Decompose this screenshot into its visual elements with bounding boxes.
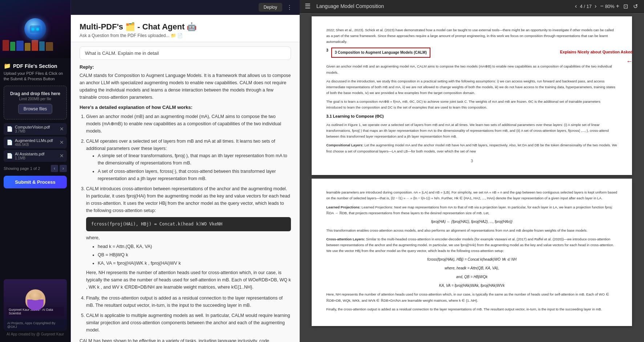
- pdf-icon: 📄: [7, 126, 13, 132]
- pdf-cross-attn-label: Cross-attention Layers:: [326, 237, 365, 241]
- conclusion-text: CALM has been shown to be effective in a…: [80, 337, 291, 342]
- pdf-zoom-level: 80%: [605, 4, 615, 9]
- step-1: Given an anchor model (mB) and an augmen…: [86, 113, 291, 135]
- deploy-button[interactable]: Deploy: [259, 3, 282, 12]
- file-size: 466.5KB: [15, 143, 57, 147]
- pdf-navigation: ‹ 4 / 17 ›: [574, 3, 597, 9]
- pdf-zoom-controls: − 80% +: [600, 3, 619, 9]
- code-block: fcross(fproj(HAi), HBj) = Concat.k(head …: [86, 217, 291, 231]
- where-label: where,: [86, 234, 291, 241]
- submit-process-button[interactable]: Submit & Process: [4, 176, 67, 188]
- drop-zone[interactable]: Drag and drop files here Limit 200MB per…: [4, 86, 67, 119]
- pdf-intro-text: 2022; Shen et al., 2023). Schick et al. …: [326, 27, 617, 45]
- deploy-menu-button[interactable]: ⋮: [285, 4, 294, 11]
- pdf-page-2: learnable parameters are introduced duri…: [312, 179, 632, 326]
- reply-label: Reply:: [80, 64, 291, 70]
- pdf-cross-attn: Cross-attention Layers: Similar to the m…: [326, 236, 617, 254]
- avatar-badge: AI Projects, Apps Copyrighted By @GKJ: [7, 321, 63, 329]
- pdf-comp-layers-body: Let the augmenting model mA and the anch…: [326, 143, 617, 153]
- file-item: 📄 ComputerVision.pdf 3.7MB ✕: [4, 123, 67, 135]
- bullet-item: A set of cross-attention layers, fcross(…: [98, 168, 291, 182]
- step-3: CALM introduces cross-attention between …: [86, 185, 291, 291]
- steps-list: Given an anchor model (mB) and an augmen…: [80, 113, 291, 334]
- pdf-zoom-out-button[interactable]: −: [600, 3, 603, 9]
- pdf-next-button[interactable]: ›: [594, 3, 597, 9]
- pdf-formula-2: fcross(fproj(HAk), HBj) = Concat k(headk…: [326, 257, 617, 262]
- drop-zone-limit: Limit 200MB per file: [8, 97, 63, 101]
- step-5: CALM is applicable to multiple augmentin…: [86, 312, 291, 334]
- bullet-item: KA, VA = fproj(HAi)WK k , fproj(HAi)WV k: [98, 260, 291, 267]
- step-3-text: CALM introduces cross-attention between …: [86, 186, 290, 213]
- pdf-page-1: Explains Nicely about Question Asked ← 2…: [312, 16, 632, 175]
- pdf-zoom-in-button[interactable]: +: [616, 3, 619, 9]
- file-list: 📄 ComputerVision.pdf 3.7MB ✕ 📄 Augmented…: [4, 123, 67, 162]
- pdf-fit-button[interactable]: ⊡: [622, 3, 629, 10]
- step-5-text: CALM is applicable to multiple augmentin…: [86, 313, 290, 333]
- pdf-section-title: 📁 PDF File's Section: [4, 62, 67, 69]
- step-2-text: CALM operates over a selected set of lay…: [86, 139, 275, 151]
- pdf-upload-hint: Upload your PDF Files & Click on the Sub…: [4, 71, 67, 82]
- file-remove-button[interactable]: ✕: [60, 126, 64, 131]
- pagination-nav[interactable]: ‹ ›: [51, 165, 67, 172]
- pdf-body-2: As discussed in the introduction, we stu…: [326, 78, 617, 96]
- step-3-after: Here, NH represents the number of attent…: [86, 269, 291, 291]
- pdf-prev-button[interactable]: ‹: [574, 3, 578, 9]
- step-2-bullets: A simple set of linear transformations, …: [86, 152, 291, 182]
- pdf-menu-button[interactable]: ☰: [305, 2, 311, 10]
- deploy-bar: Deploy ⋮: [71, 0, 300, 15]
- step-2: CALM operates over a selected set of lay…: [86, 138, 291, 182]
- pdf-icon: 📄: [7, 139, 13, 145]
- bullet-item: head k = Attn.(QB, KA, VA): [98, 243, 291, 250]
- pdf-title: Language Model Composition: [316, 3, 571, 9]
- pdf-formula-5: KA, VA = fproj(HAk)WAk, fproj(HAk)WVk: [326, 283, 617, 289]
- app-title: Multi-PDF's 🗂️ - Chat Agent 🤖: [80, 22, 291, 32]
- hero-banner: [0, 0, 70, 58]
- pdf-page-indicator: 4 / 17: [580, 4, 592, 9]
- pdf-formula-1: fproj(HA) ← {fproj(HA1), fproj(HA2), ...…: [326, 219, 617, 225]
- pdf-icon: 📄: [7, 153, 13, 159]
- pdf-final: Finally, the cross-attention output is a…: [326, 306, 617, 312]
- pdf-cross-attn-body: Similar to the multi-headed cross-attent…: [326, 237, 614, 253]
- pdf-subsection: 3.1 Learning to Compose (ΘC): [326, 113, 617, 120]
- step-3-subbullets: head k = Attn.(QB, KA, VA) QB = HBjWQ k …: [86, 243, 291, 267]
- bullet-item: A simple set of linear transformations, …: [98, 152, 291, 167]
- pdf-body-3: The goal is to learn a composition mA⊕B …: [326, 99, 617, 110]
- pdf-page2-learned: Learned Projections: Learned Projections…: [326, 204, 617, 216]
- pdf-pages-container: Explains Nicely about Question Asked ← 2…: [300, 13, 644, 342]
- pdf-comp-layers-label: Compositional Layers:: [326, 143, 363, 147]
- browse-files-button[interactable]: Browse files: [18, 104, 53, 114]
- file-remove-button[interactable]: ✕: [60, 153, 64, 158]
- pdf-toolbar: ☰ Language Model Composition ‹ 4 / 17 › …: [300, 0, 644, 13]
- how-heading: Here's a detailed explanation of how CAL…: [80, 105, 291, 110]
- file-name: AI Assistants.pdf: [15, 152, 57, 156]
- question-display: What is CALM. Explain me in detail: [80, 46, 291, 60]
- chat-header: Multi-PDF's 🗂️ - Chat Agent 🤖 Ask a Ques…: [71, 15, 300, 42]
- pdf-page-number: 3: [326, 158, 617, 164]
- pdf-body-4: As outlined in Figure 1, we operate over…: [326, 122, 617, 139]
- file-remove-button[interactable]: ✕: [60, 140, 64, 145]
- prev-page-button[interactable]: ‹: [51, 165, 58, 172]
- app-subtitle: Ask a Question from the PDF Files upload…: [80, 33, 291, 38]
- file-item: 📄 AI Assistants.pdf 1.1MB ✕: [4, 150, 67, 162]
- file-size: 3.7MB: [15, 129, 57, 133]
- pdf-learned-body: Learned Projections: Next we map represe…: [326, 205, 612, 215]
- step-4-text: Finally, the cross-attention output is a…: [86, 296, 283, 308]
- pdf-formula-4: and, QB = HBjWQk: [326, 274, 617, 280]
- chat-area: Reply: CALM stands for Composition to Au…: [71, 64, 300, 342]
- pdf-learned-label: Learned Projections:: [326, 205, 361, 209]
- next-page-button[interactable]: ›: [60, 165, 67, 172]
- pdf-after-formula: Here, NH represents the number of attent…: [326, 292, 617, 303]
- folder-icon: 📁: [4, 62, 11, 69]
- avatar-card: Gurpreet Kaur Jethra - AI Data Scientist…: [4, 279, 67, 331]
- pdf-body-1: Given an anchor model mB and an augmenti…: [326, 64, 617, 75]
- pagination: Showing page 1 of 2 ‹ ›: [4, 165, 67, 172]
- pdf-history-button[interactable]: ↺: [632, 3, 639, 10]
- pdf-formula-3: where, headk = Attn(QB, KA, VA),: [326, 265, 617, 271]
- reply-intro: CALM stands for Composition to Augment L…: [80, 72, 291, 101]
- file-item: 📄 Augmented LLMs.pdf 466.5KB ✕: [4, 137, 67, 148]
- file-name: ComputerVision.pdf: [15, 125, 57, 129]
- pdf-page2-intro: learnable parameters are introduced duri…: [326, 190, 617, 201]
- avatar-image: Gurpreet Kaur Jethra - AI Data Scientist: [4, 279, 67, 319]
- pdf-comp-layers: Compositional Layers: Let the augmenting…: [326, 142, 617, 154]
- step-4: Finally, the cross-attention output is a…: [86, 294, 291, 309]
